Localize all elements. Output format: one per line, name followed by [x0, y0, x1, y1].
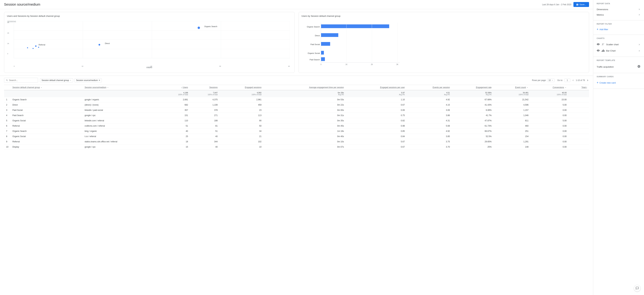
- conversions-dropdown-icon: [564, 87, 567, 89]
- row-source-medium: bing / organic: [82, 129, 160, 134]
- scatter-dot-referral[interactable]: [35, 45, 36, 47]
- add-filter-label: Add filter: [600, 28, 608, 31]
- totals-sessions: 7,647 100% of total: [190, 90, 220, 97]
- col-conversions[interactable]: Conversions: [530, 85, 569, 90]
- totals-users: 4,188 100% of total: [160, 90, 190, 97]
- row-engaged-sessions: 23: [220, 108, 264, 113]
- row-sessions: 4,375: [190, 97, 220, 102]
- col-events-per-session[interactable]: Events per session: [407, 85, 452, 90]
- feedback-button[interactable]: [634, 285, 640, 292]
- y-tick-0: 0: [7, 53, 8, 54]
- row-channel: Organic Social: [10, 118, 82, 123]
- row-channel: Organic Search: [10, 129, 82, 134]
- create-card-label: Create new card: [600, 81, 616, 84]
- table-row: 7 Organic Search bing / organic 40 51 34…: [4, 129, 589, 134]
- row-channel: Organic Social: [10, 134, 82, 139]
- bar-paid-social[interactable]: [321, 42, 330, 46]
- metrics-row[interactable]: Metrics: [597, 12, 640, 17]
- bar-chevron: [638, 49, 640, 52]
- row-avg-engagement: 0m 45s: [264, 123, 346, 129]
- row-source-medium: google / cpc: [82, 113, 160, 118]
- bar-organic-search[interactable]: [321, 24, 389, 28]
- table-row: 8 Organic Social t.co / referral 25 40 2…: [4, 134, 589, 139]
- svg-rect-33: [602, 50, 603, 52]
- filter-remove-icon[interactable]: ✕: [98, 79, 100, 81]
- go-to-label: Go to:: [557, 79, 563, 81]
- row-num: 2: [4, 102, 10, 108]
- pagination-info: 1-10 of 76: [576, 79, 585, 81]
- row-events-per-session: 3.85: [407, 134, 452, 139]
- col-channel[interactable]: Session default channel group: [10, 85, 82, 90]
- row-channel: Direct: [10, 102, 82, 108]
- bar-paid-search[interactable]: [321, 57, 325, 61]
- row-num: 4: [4, 113, 10, 118]
- row-num: 1: [4, 97, 10, 102]
- col-engaged-sessions[interactable]: Engaged sessions: [220, 85, 264, 90]
- row-events-per-session: 4.31: [407, 118, 452, 123]
- bar-organic-social[interactable]: [321, 51, 324, 54]
- row-sessions: 40: [190, 134, 220, 139]
- row-channel: Referral: [10, 123, 82, 129]
- row-event-count: 460: [494, 123, 530, 129]
- filter-channel-group[interactable]: Session default channel group: [40, 78, 73, 82]
- save-button[interactable]: Save...: [574, 2, 589, 7]
- filter-source-medium[interactable]: Session source/medium ✕: [74, 78, 102, 82]
- search-input[interactable]: [9, 79, 36, 81]
- row-total: [569, 102, 589, 108]
- svg-text:Organic Search: Organic Search: [204, 25, 217, 27]
- col-engagement-rate[interactable]: Engagement rate: [452, 85, 494, 90]
- svg-rect-35: [604, 50, 604, 52]
- col-total[interactable]: Total r: [569, 85, 589, 90]
- search-icon: [6, 79, 8, 81]
- row-events-per-session: 3.70: [407, 144, 452, 150]
- row-sessions: 81: [190, 123, 220, 129]
- row-avg-engagement: 0m 10s: [264, 139, 346, 144]
- row-engaged-sessions: 90: [220, 118, 264, 123]
- row-source-medium: google / cpc: [82, 144, 160, 150]
- dimensions-row[interactable]: Dimensions: [597, 6, 640, 12]
- col-event-count[interactable]: Event count: [494, 85, 530, 90]
- create-card-button[interactable]: + Create new card: [597, 80, 640, 86]
- row-event-count: 811: [494, 118, 530, 123]
- add-filter-button[interactable]: + Add filter: [597, 27, 640, 32]
- bar-chart-label: Bar Chart: [606, 49, 616, 52]
- rows-per-page-value: 10: [548, 79, 551, 81]
- svg-text:0: 0: [320, 63, 322, 65]
- svg-point-30: [604, 43, 604, 44]
- scatter-dot-organic[interactable]: [198, 27, 200, 29]
- scatter-chart-title: Users and Sessions by Session default ch…: [7, 15, 292, 17]
- summary-cards-title: SUMMARY CARDS: [597, 76, 640, 78]
- scatter-dot-3[interactable]: [38, 47, 39, 48]
- scatter-eye-icon: [597, 43, 600, 46]
- rows-per-page-select[interactable]: 10: [547, 79, 554, 82]
- svg-point-31: [602, 43, 603, 44]
- pagination-prev-icon[interactable]: [572, 79, 574, 82]
- settings-icon[interactable]: [637, 65, 640, 69]
- pagination-next-icon[interactable]: [586, 79, 589, 82]
- scatter-dot-1[interactable]: [27, 47, 28, 48]
- svg-text:1K: 1K: [346, 63, 348, 65]
- row-num: 8: [4, 134, 10, 139]
- row-num: 5: [4, 118, 10, 123]
- row-num: 3: [4, 108, 10, 113]
- add-filter-plus-icon: +: [597, 28, 598, 31]
- bar-chart-option[interactable]: Bar Chart: [597, 48, 640, 54]
- row-conversions: 0.00: [530, 134, 569, 139]
- col-avg-engagement[interactable]: Average engagement time per session: [264, 85, 346, 90]
- scatter-chart-option[interactable]: Scatter chart: [597, 41, 640, 48]
- svg-point-27: [602, 45, 602, 45]
- go-to-input[interactable]: [564, 79, 570, 82]
- row-engaged-per-user: 5.67: [346, 139, 407, 144]
- col-engaged-per-user[interactable]: Engaged sessions per user: [346, 85, 407, 90]
- scatter-dot-direct[interactable]: [98, 44, 100, 45]
- search-box[interactable]: [4, 78, 38, 83]
- svg-rect-34: [603, 49, 604, 52]
- row-total: [569, 123, 589, 129]
- bar-direct[interactable]: [321, 33, 338, 37]
- col-sessions[interactable]: Sessions: [190, 85, 220, 90]
- col-source-medium[interactable]: Session source/medium: [82, 85, 160, 90]
- scatter-dot-2[interactable]: [32, 48, 34, 49]
- row-num: 9: [4, 139, 10, 144]
- row-channel: Organic Search: [10, 97, 82, 102]
- col-users[interactable]: ↓ Users: [160, 85, 190, 90]
